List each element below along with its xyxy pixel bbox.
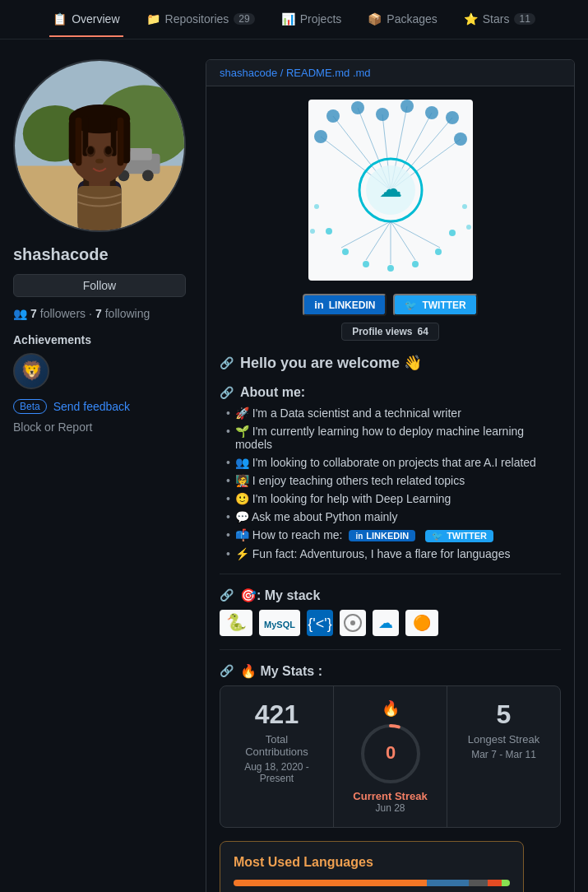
jupyter-icon: 🟠 — [405, 610, 438, 636]
svg-rect-16 — [118, 118, 124, 166]
avatar — [13, 59, 186, 232]
stats-heading: 🔗 🔥 My Stats : — [220, 663, 561, 679]
svg-point-57 — [314, 204, 319, 209]
nav-repositories[interactable]: 📁 Repositories 29 — [143, 2, 258, 37]
readme-breadcrumb-user[interactable]: shashacode — [220, 67, 277, 79]
link-icon-about: 🔗 — [220, 386, 234, 399]
current-streak-label: Current Streak — [347, 790, 433, 802]
svg-rect-24 — [78, 186, 122, 230]
svg-rect-15 — [76, 118, 82, 166]
linkedin-button[interactable]: in LINKEDIN — [303, 294, 387, 316]
beta-badge: Beta — [13, 399, 47, 414]
readme-header: shashacode / README.md .md — [206, 60, 574, 86]
total-contributions-section: 421 Total Contributions Aug 18, 2020 - P… — [220, 686, 334, 827]
stats-card: 421 Total Contributions Aug 18, 2020 - P… — [220, 685, 561, 828]
achievement-emoji: 🦁 — [21, 360, 43, 382]
link-icon-hello: 🔗 — [220, 356, 234, 369]
svg-point-60 — [466, 225, 471, 230]
svg-point-52 — [363, 261, 369, 267]
profile-views: Profile views 64 — [341, 323, 439, 341]
svg-point-56 — [449, 230, 456, 236]
c-bar — [469, 880, 488, 886]
svg-point-21 — [87, 146, 94, 155]
total-contributions-label: Total Contributions — [234, 733, 320, 758]
inline-twitter-btn[interactable]: 🐦 TWITTER — [425, 530, 493, 542]
svg-point-7 — [142, 170, 154, 181]
inline-twitter-icon: 🐦 — [432, 531, 443, 541]
cloud-icon: ☁ — [373, 610, 399, 636]
twitter-button[interactable]: 🐦 TWITTER — [393, 294, 477, 316]
svg-point-58 — [462, 204, 467, 209]
jupyter-bar — [234, 880, 427, 886]
vscode-icon: {'<'} — [307, 610, 333, 636]
about-list: 🚀 I'm a Data scientist and a technical w… — [220, 407, 561, 560]
current-streak-section: 🔥 0 Current Streak Jun 28 — [334, 686, 447, 827]
html-bar — [488, 880, 502, 886]
languages-title: Most Used Languages — [234, 855, 510, 870]
about-item-4: 🧑‍🏫 I enjoy teaching others tech related… — [226, 474, 561, 487]
main-content: shashacode / README.md .md — [206, 59, 575, 892]
divider-2 — [220, 649, 561, 650]
inline-linkedin-icon: in — [355, 532, 363, 541]
current-streak-date: Jun 28 — [347, 802, 433, 814]
sidebar: shashacode Follow 👥 7 followers · 7 foll… — [13, 59, 186, 892]
nav-stars[interactable]: ⭐ Stars 11 — [461, 2, 539, 37]
about-item-5: 🙂 I'm looking for help with Deep Learnin… — [226, 492, 561, 505]
packages-icon: 📦 — [368, 12, 382, 26]
about-item-3: 👥 I'm looking to collaborate on projects… — [226, 456, 561, 469]
beta-section: Beta Send feedback — [13, 399, 186, 414]
people-icon: 👥 — [13, 307, 27, 320]
inline-linkedin-btn[interactable]: in LINKEDIN — [349, 530, 415, 541]
longest-streak-number: 5 — [461, 699, 547, 730]
svg-text:MySQL: MySQL — [264, 620, 295, 630]
svg-point-69 — [350, 620, 355, 625]
nav-projects[interactable]: 📊 Projects — [278, 2, 345, 37]
svg-point-54 — [412, 261, 419, 267]
link-icon-stack: 🔗 — [220, 588, 234, 602]
python-bar — [427, 880, 468, 886]
readme-box: shashacode / README.md .md — [206, 59, 575, 892]
overview-icon: 📋 — [53, 12, 67, 26]
repo-icon: 📁 — [146, 12, 160, 26]
longest-streak-section: 5 Longest Streak Mar 7 - Mar 11 — [447, 686, 560, 827]
linkedin-icon: in — [314, 299, 324, 311]
svg-text:🐍: 🐍 — [226, 612, 247, 632]
followers-following: 👥 7 followers · 7 following — [13, 307, 186, 320]
achievement-badge: 🦁 — [13, 353, 49, 389]
svg-text:☁: ☁ — [378, 615, 393, 631]
stack-icons-row: 🐍 MySQL {'<'} — [220, 610, 561, 636]
readme-breadcrumb-file[interactable]: README.md — [286, 67, 350, 79]
about-item-7: 📫 How to reach me: in LINKEDIN 🐦 TWITTER — [226, 528, 561, 542]
svg-point-55 — [435, 249, 442, 255]
top-navigation: 📋 Overview 📁 Repositories 29 📊 Projects … — [0, 0, 588, 39]
block-report-link[interactable]: Block or Report — [13, 420, 186, 434]
about-item-6: 💬 Ask me about Python mainly — [226, 510, 561, 523]
about-heading: 🔗 About me: — [220, 385, 561, 400]
username: shashacode — [13, 245, 186, 264]
nav-packages[interactable]: 📦 Packages — [364, 2, 440, 37]
svg-point-53 — [387, 265, 394, 272]
language-bar — [234, 880, 510, 886]
twitter-bird-icon: 🐦 — [405, 300, 417, 311]
readme-body: ☁ — [206, 86, 574, 892]
svg-text:{'<'}: {'<'} — [308, 616, 331, 632]
svg-point-51 — [342, 249, 349, 255]
tech-icon-1 — [340, 610, 366, 636]
svg-text:🟠: 🟠 — [413, 614, 432, 632]
python-icon: 🐍 — [220, 610, 252, 636]
svg-point-23 — [95, 159, 104, 164]
social-buttons: in LINKEDIN 🐦 TWITTER — [220, 294, 561, 316]
page-layout: shashacode Follow 👥 7 followers · 7 foll… — [0, 39, 588, 892]
shell-bar — [502, 880, 510, 886]
nav-overview[interactable]: 📋 Overview — [49, 2, 123, 37]
follow-button[interactable]: Follow — [13, 274, 186, 297]
send-feedback-link[interactable]: Send feedback — [53, 400, 130, 413]
languages-card: Most Used Languages Jupyter Notebook — [220, 841, 524, 892]
total-contributions-number: 421 — [234, 699, 320, 730]
stars-icon: ⭐ — [464, 12, 478, 26]
mysql-icon: MySQL — [259, 610, 300, 636]
achievements-title: Achievements — [13, 333, 186, 346]
total-contributions-date: Aug 18, 2020 - Present — [234, 761, 320, 784]
link-icon-stats: 🔗 — [220, 664, 234, 677]
svg-point-50 — [326, 228, 332, 235]
